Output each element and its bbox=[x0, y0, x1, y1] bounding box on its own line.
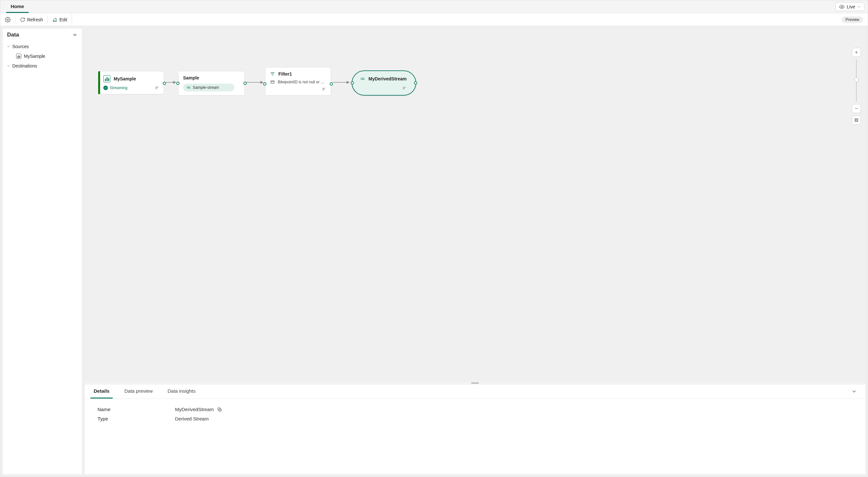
copy-icon bbox=[217, 407, 222, 412]
node-title: Filter1 bbox=[278, 71, 292, 77]
bottom-tabs: Details Data preview Data insights bbox=[85, 384, 865, 399]
minus-icon bbox=[854, 106, 859, 111]
node-source-mysample[interactable]: MySample ✓ Streaming bbox=[98, 71, 164, 94]
detail-value: Derived Stream bbox=[175, 416, 209, 421]
tree-group-label: Sources bbox=[12, 44, 29, 49]
chevrons-left-icon bbox=[72, 32, 78, 37]
zoom-slider[interactable] bbox=[856, 59, 857, 101]
tree-group-sources[interactable]: Sources bbox=[4, 42, 80, 51]
app-root: Home Live Refresh bbox=[0, 0, 868, 477]
details-body: Name MyDerivedStream Type Derived Stream bbox=[85, 399, 865, 429]
zoom-controls bbox=[852, 48, 861, 125]
tree-item-mysample[interactable]: MySample bbox=[4, 51, 80, 61]
port-out[interactable] bbox=[163, 82, 166, 85]
svg-point-1 bbox=[7, 19, 9, 20]
tree-group-destinations[interactable]: Destinations bbox=[4, 61, 80, 70]
view-mode-dropdown[interactable]: Live bbox=[835, 2, 864, 11]
svg-rect-23 bbox=[856, 119, 857, 121]
port-out[interactable] bbox=[330, 82, 333, 86]
chevron-down-icon bbox=[851, 389, 857, 394]
toolbar-separator bbox=[72, 13, 72, 26]
node-title: Sample bbox=[183, 75, 199, 81]
tab-home[interactable]: Home bbox=[6, 0, 29, 13]
sidebar: Data Sources MySample Des bbox=[2, 28, 82, 475]
main-panel: MySample ✓ Streaming bbox=[84, 28, 866, 475]
preview-badge: Preview bbox=[841, 17, 863, 23]
port-out[interactable] bbox=[414, 81, 417, 85]
stream-chip-label: Sample-stream bbox=[193, 85, 219, 90]
data-tree: Sources MySample Destinations bbox=[3, 41, 82, 71]
detail-value: MyDerivedStream bbox=[175, 407, 214, 412]
filter-condition-text: BikepointID is not null or e… bbox=[278, 80, 326, 84]
diagram-canvas[interactable]: MySample ✓ Streaming bbox=[85, 28, 865, 382]
workspace: Data Sources MySample Des bbox=[0, 26, 868, 477]
refresh-label: Refresh bbox=[27, 17, 43, 22]
node-menu-button[interactable] bbox=[321, 87, 326, 91]
fit-screen-icon bbox=[854, 118, 859, 122]
node-menu-button[interactable] bbox=[402, 86, 407, 90]
detail-key: Name bbox=[97, 407, 175, 412]
toolbar-separator bbox=[15, 16, 16, 24]
copy-button[interactable] bbox=[217, 407, 222, 412]
port-in[interactable] bbox=[176, 82, 180, 85]
edit-label: Edit bbox=[59, 17, 67, 22]
gear-icon bbox=[5, 17, 11, 23]
plus-icon bbox=[854, 50, 859, 55]
column-icon bbox=[270, 80, 275, 84]
svg-rect-22 bbox=[855, 119, 858, 121]
splitter-handle-icon bbox=[471, 382, 479, 384]
toolbar-separator bbox=[48, 16, 48, 24]
toolbar: Refresh Edit Preview bbox=[0, 13, 868, 26]
zoom-in-button[interactable] bbox=[852, 48, 861, 57]
tab-data-insights[interactable]: Data insights bbox=[164, 384, 199, 398]
refresh-icon bbox=[20, 17, 25, 22]
stream-chip[interactable]: Sample-stream bbox=[183, 84, 235, 91]
view-mode-label: Live bbox=[847, 4, 855, 9]
zoom-fit-button[interactable] bbox=[852, 116, 861, 125]
zoom-thumb[interactable] bbox=[854, 78, 859, 82]
tab-data-preview[interactable]: Data preview bbox=[121, 384, 156, 398]
node-menu-button[interactable] bbox=[155, 86, 159, 90]
node-filter1[interactable]: Filter1 BikepointID is not null or e… bbox=[265, 67, 331, 96]
refresh-button[interactable]: Refresh bbox=[17, 15, 46, 24]
detail-row-type: Type Derived Stream bbox=[97, 414, 852, 423]
tree-group-label: Destinations bbox=[12, 63, 37, 68]
sidebar-title: Data bbox=[7, 32, 19, 38]
edit-button[interactable]: Edit bbox=[49, 15, 70, 24]
stream-icon bbox=[186, 85, 191, 90]
svg-rect-11 bbox=[271, 81, 275, 83]
status-ok-icon: ✓ bbox=[103, 86, 108, 90]
ribbon-tabbar: Home Live bbox=[0, 0, 868, 13]
bottom-panel: Details Data preview Data insights Name … bbox=[85, 384, 865, 474]
eye-icon bbox=[839, 4, 845, 10]
detail-row-name: Name MyDerivedStream bbox=[97, 405, 852, 414]
collapse-sidebar-button[interactable] bbox=[72, 32, 78, 37]
chevron-down-icon bbox=[857, 5, 861, 9]
stream-icon bbox=[360, 76, 365, 81]
svg-point-0 bbox=[841, 6, 843, 7]
collapse-bottom-panel-button[interactable] bbox=[848, 386, 860, 397]
chevron-down-icon bbox=[6, 64, 10, 68]
filter-icon bbox=[270, 71, 275, 77]
tree-item-label: MySample bbox=[24, 54, 45, 59]
node-status: Streaming bbox=[110, 86, 128, 90]
chevron-down-icon bbox=[6, 44, 10, 49]
zoom-out-button[interactable] bbox=[852, 104, 861, 113]
settings-button[interactable] bbox=[2, 15, 14, 25]
node-title: MyDerivedStream bbox=[368, 76, 407, 81]
bar-chart-icon bbox=[103, 75, 111, 82]
node-sample[interactable]: Sample Sample-stream bbox=[178, 71, 245, 96]
tab-details[interactable]: Details bbox=[90, 384, 113, 398]
port-in[interactable] bbox=[351, 81, 354, 85]
node-title: MySample bbox=[114, 76, 136, 81]
port-out[interactable] bbox=[244, 82, 247, 85]
bar-chart-icon bbox=[16, 54, 21, 59]
node-derived-stream[interactable]: MyDerivedStream bbox=[352, 70, 416, 96]
detail-key: Type bbox=[97, 416, 175, 421]
port-in[interactable] bbox=[263, 82, 267, 86]
edit-icon bbox=[52, 17, 58, 22]
